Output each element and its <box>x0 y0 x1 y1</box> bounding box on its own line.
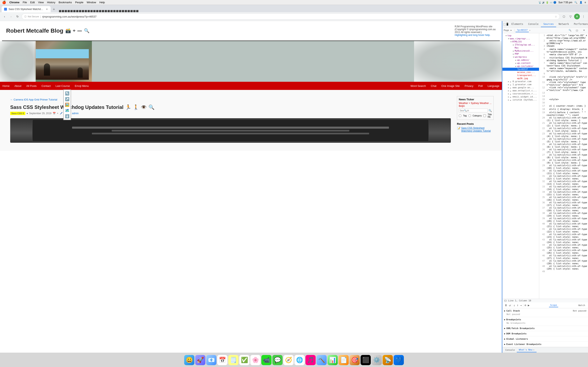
dom-node-gravatar0[interactable]: ▶ ☁ 0.gravatar.com <box>502 80 539 83</box>
debug-step-btn[interactable]: → <box>520 303 522 307</box>
dock-facetime[interactable]: 📹 <box>261 355 272 365</box>
dom-node-php[interactable]: ▶ PHP <box>502 52 539 55</box>
history-menu[interactable]: History <box>47 1 55 4</box>
debug-deactivate-btn[interactable]: ⊘ <box>524 303 527 307</box>
nav-last-course[interactable]: Last Course <box>53 82 72 90</box>
dom-node-ontoplist[interactable]: ▶ ☁ www.ontoplist.c... <box>502 89 539 92</box>
address-bar[interactable]: ⓘ Not Secure | rjmprogramming.com.au/wor… <box>22 13 560 20</box>
dom-toggle[interactable] <box>515 71 517 73</box>
dock-safari[interactable]: 🧭 <box>283 355 294 365</box>
dock-xcode[interactable]: 🔨 <box>316 355 327 365</box>
dom-toggle[interactable]: ▶ <box>507 81 510 83</box>
dom-toggle[interactable]: ▶ <box>507 87 510 89</box>
dom-toggle[interactable]: ▶ <box>512 44 515 46</box>
dock-system-prefs[interactable]: ⚙️ <box>372 355 382 365</box>
menu-button[interactable]: ⋮ <box>581 14 586 19</box>
edit-menu[interactable]: Edit <box>30 1 35 4</box>
dom-node-emoji-widget[interactable]: ▶ ☁ emoji_widget_id... <box>502 95 539 98</box>
dock-terminal[interactable]: ⬛ <box>361 355 371 365</box>
dom-toggle[interactable]: ▶ <box>512 50 515 52</box>
breakpoints-header[interactable]: ▶ Breakpoints <box>504 318 586 321</box>
dom-toggle[interactable] <box>515 75 517 76</box>
dom-node-istutsm[interactable]: ▶ ☁ istutsm (bytheb... <box>502 98 539 101</box>
dock-pages[interactable]: 📄 <box>338 355 349 365</box>
emoji-cursor[interactable]: ↖️ <box>65 91 70 96</box>
reload-button[interactable]: ↻ <box>15 14 20 19</box>
file-tab-active[interactable]: ?p=46537 <box>516 28 529 32</box>
nav-word-search[interactable]: Word Search <box>408 82 428 90</box>
dom-toggle[interactable]: ▼ <box>505 35 507 37</box>
debug-scope-tab[interactable]: Scope <box>549 303 558 307</box>
dock-vscode[interactable]: 💙 <box>394 355 404 365</box>
news-tag-radio[interactable] <box>459 114 461 117</box>
dom-toggle[interactable]: ▶ <box>507 83 510 86</box>
nav-poll[interactable]: Poll <box>476 82 485 90</box>
dock-finder[interactable]: 😀 <box>184 355 194 365</box>
devtools-tab-elements[interactable]: Elements <box>509 21 526 27</box>
dom-node-coursecookies[interactable]: ▶ ☁ coursecookies.r... <box>502 92 539 95</box>
bottom-tab-whatsnew[interactable]: What's New ✕ <box>517 348 536 352</box>
dom-node-wp36[interactable]: wp36.jpg <box>502 77 539 80</box>
debug-pause-btn[interactable]: ⏸ <box>504 303 508 307</box>
dom-breakpoints-header[interactable]: ▶ DOM Breakpoints <box>504 332 586 335</box>
devtools-tab-sources[interactable]: Sources <box>541 21 556 27</box>
xhr-header[interactable]: ▶ XHR/fetch Breakpoints <box>504 327 586 330</box>
new-tab-button[interactable]: + <box>51 7 57 12</box>
dom-node-wpincludes[interactable]: ▶ wp-includes/ <box>502 65 539 68</box>
dom-toggle[interactable]: ▶ <box>507 96 510 98</box>
dom-node-rjm[interactable]: ▼ www.rjmprogr... <box>502 37 539 40</box>
dom-node-mybiz[interactable]: ▶ MyBusinessU... <box>502 49 539 52</box>
global-listeners-header[interactable]: ▶ Global Listeners <box>504 337 586 341</box>
news-search-btn[interactable]: 🔍 <box>489 109 492 112</box>
forward-button[interactable]: › <box>8 14 14 19</box>
emoji-arrow[interactable]: ↗️ <box>65 96 70 102</box>
control-center-icon[interactable]: ≡ <box>585 1 586 4</box>
emoji-download[interactable]: ⬇️ <box>65 114 70 119</box>
dock-mail[interactable]: 📧 <box>206 355 216 365</box>
dock-notes[interactable]: 🗒️ <box>228 355 238 365</box>
devtools-close-panel[interactable]: ✕ <box>581 27 587 33</box>
dom-node-htmlcss[interactable]: ▼ HTMLCSS <box>502 40 539 43</box>
people-menu[interactable]: People <box>75 1 83 4</box>
dock-filezilla[interactable]: 📡 <box>383 355 393 365</box>
dom-node-wordpress[interactable]: ▼ wordpress <box>502 55 539 58</box>
recent-post-link[interactable]: Sass CSS Stylesheet Watchdog Updates Tut… <box>461 127 494 132</box>
debug-dont-pause-btn[interactable]: ▶ <box>527 303 530 307</box>
dom-toggle[interactable]: ▼ <box>512 56 515 58</box>
debug-step-out-btn[interactable]: ↑ <box>516 303 519 307</box>
dom-node-gravatar1[interactable]: ▶ ☁ 1.gravatar.com <box>502 83 539 86</box>
callstack-header[interactable]: ▶ Call Stack Not paused <box>504 309 586 313</box>
tab-close-button[interactable]: ✕ <box>45 8 48 11</box>
dock-reminders[interactable]: ✅ <box>239 355 250 365</box>
dom-toggle[interactable] <box>515 68 517 70</box>
nav-language[interactable]: Language <box>485 82 502 90</box>
devtools-mobile-icon[interactable]: 📱 <box>506 21 509 27</box>
devtools-format-icon[interactable]: { } <box>574 27 580 33</box>
blog-help-link[interactable]: Highlighting and long hover help. <box>455 34 490 36</box>
dom-toggle[interactable]: ▶ <box>507 90 510 92</box>
post-tag[interactable]: Sass CSS S <box>10 112 25 115</box>
dock-music[interactable]: 🎵 <box>305 355 316 365</box>
dock-photos[interactable]: 🌸 <box>250 355 260 365</box>
dom-node-mac[interactable]: Mac <box>502 46 539 49</box>
dom-toggle[interactable]: ▶ <box>515 62 517 64</box>
debug-step-over-btn[interactable]: ↺ <box>509 303 511 307</box>
dom-toggle[interactable]: ▼ <box>510 41 512 43</box>
news-search-input[interactable] <box>459 109 488 112</box>
back-button[interactable]: ‹ <box>2 14 7 19</box>
dom-toggle[interactable]: ▶ <box>507 99 510 101</box>
debug-step-into-btn[interactable]: ↓ <box>513 303 515 307</box>
nav-privacy[interactable]: Privacy <box>462 82 476 90</box>
post-author-link[interactable]: admin <box>72 112 79 115</box>
profile-button[interactable]: A <box>574 14 580 19</box>
account-button[interactable]: ▽ <box>568 14 573 19</box>
prev-post-link[interactable]: ← Camera iOS App Grid Primer Tutorial <box>10 98 451 101</box>
help-menu[interactable]: Help <box>99 1 105 4</box>
dock-chrome[interactable]: 🌐 <box>294 355 305 365</box>
devtools-tab-console[interactable]: Console <box>526 21 541 27</box>
dom-toggle[interactable] <box>512 47 515 49</box>
event-listeners-header[interactable]: ▶ Event Listener Breakpoints <box>504 342 586 346</box>
devtools-tab-network[interactable]: Network <box>556 21 571 27</box>
active-tab[interactable]: Sass CSS Stylesheet Watchdog Updates Tut… <box>2 6 51 12</box>
page-label-more[interactable]: » <box>510 29 512 32</box>
